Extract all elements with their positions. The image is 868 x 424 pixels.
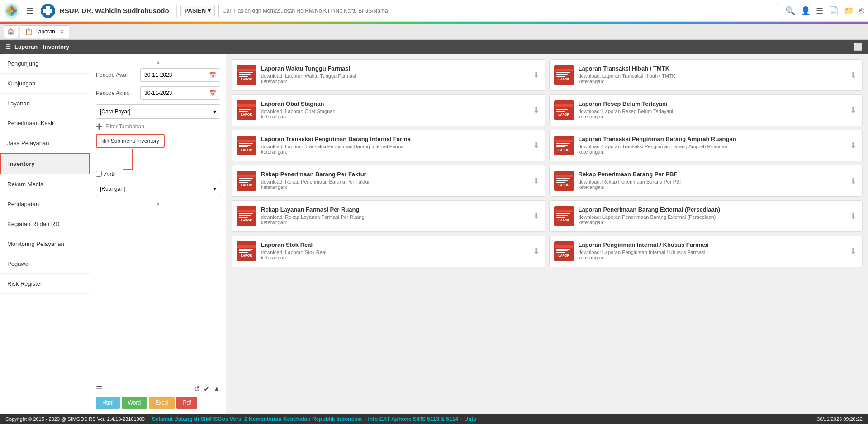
report-download-10: download: Laporan Stok Real bbox=[261, 250, 528, 255]
list-view-icon[interactable]: ☰ bbox=[96, 385, 102, 393]
download-icon-11[interactable]: ⬇ bbox=[850, 246, 857, 256]
sidebar-item-pendapatan[interactable]: Pendapatan bbox=[0, 194, 90, 214]
report-card-9: LAPOR Laporan Penerimaan Barang External… bbox=[549, 200, 863, 232]
sidebar-item-pegawai[interactable]: Pegawai bbox=[0, 254, 90, 274]
add-user-icon[interactable]: 👤 bbox=[801, 6, 811, 16]
report-icon-9: LAPOR bbox=[554, 206, 574, 226]
periode-akhir-input[interactable]: 30-11-2023 📅 bbox=[140, 86, 220, 100]
patient-search-input[interactable] bbox=[218, 4, 778, 18]
report-keterangan-11: keterangan: bbox=[579, 255, 846, 260]
sidebar-label-pendapatan: Pendapatan bbox=[7, 201, 39, 207]
aktif-checkbox[interactable] bbox=[96, 171, 102, 177]
laporan-tab[interactable]: 📋 Laporan ✕ bbox=[20, 25, 69, 38]
list-icon[interactable]: ☰ bbox=[816, 6, 823, 16]
download-icon-10[interactable]: ⬇ bbox=[533, 246, 540, 256]
download-icon-5[interactable]: ⬇ bbox=[850, 141, 857, 151]
hospital-name: RSUP. DR. Wahidin Sudirohusodo bbox=[60, 7, 169, 14]
logout-icon[interactable]: ⎋ bbox=[859, 6, 864, 15]
periode-awal-value: 30-11-2023 bbox=[144, 72, 172, 78]
format-buttons: Html Word Excel Pdf bbox=[96, 397, 220, 409]
sidebar-label-kegiatan-ri-rd: Kegiatan RI dan RD bbox=[7, 221, 60, 227]
sidebar-item-kunjungan[interactable]: Kunjungan bbox=[0, 74, 90, 94]
check-icon[interactable]: ✔ bbox=[204, 385, 209, 393]
sidebar-item-monitoring[interactable]: Monitoring Pelayanan bbox=[0, 234, 90, 254]
sidebar-item-pengunjung[interactable]: Pengunjung bbox=[0, 54, 90, 74]
report-info-11: Laporan Pengiriman Internal / Khusus Far… bbox=[579, 241, 846, 260]
document-icon[interactable]: 📄 bbox=[829, 6, 839, 16]
aktif-label: Aktif bbox=[104, 170, 116, 177]
periode-akhir-row: Periode Akhir: 30-11-2023 📅 bbox=[96, 86, 220, 100]
hospital-logo bbox=[40, 3, 56, 19]
report-keterangan-1: keterangan: bbox=[579, 79, 846, 84]
report-download-6: download: Rekap Penerimaan Barang Per Fa… bbox=[261, 179, 528, 184]
divider bbox=[176, 4, 177, 18]
filter-panel: ▲ Periode Awal: 30-11-2023 📅 Periode Akh… bbox=[90, 54, 226, 414]
folder-icon[interactable]: 📁 bbox=[844, 6, 854, 16]
download-icon-8[interactable]: ⬇ bbox=[533, 211, 540, 221]
periode-awal-label: Periode Awal: bbox=[96, 72, 137, 78]
sidebar-item-rekam-medis[interactable]: Rekam Medis bbox=[0, 174, 90, 194]
download-icon-1[interactable]: ⬇ bbox=[850, 70, 857, 80]
report-icon-10: LAPOR bbox=[237, 241, 256, 261]
section-title: Laporan - Inventory bbox=[14, 43, 69, 50]
tabbar: 🏠 📋 Laporan ✕ bbox=[0, 24, 868, 40]
app-logo bbox=[4, 3, 20, 19]
sidebar-label-risk-register: Risk Register bbox=[7, 280, 42, 287]
search-icon[interactable]: 🔍 bbox=[785, 6, 795, 16]
patient-type-select[interactable]: PASIEN ▾ bbox=[180, 5, 215, 16]
sidebar-item-penerimaan-kasir[interactable]: Penerimaan Kasir bbox=[0, 113, 90, 133]
menu-hamburger-icon[interactable]: ☰ bbox=[24, 4, 36, 18]
home-tab[interactable]: 🏠 bbox=[4, 25, 18, 38]
report-download-11: download: Laporan Pengiriman Internal / … bbox=[579, 250, 846, 255]
report-icon-11: LAPOR bbox=[554, 241, 574, 261]
patient-type-chevron: ▾ bbox=[208, 7, 211, 14]
report-info-0: Laporan Waktu Tunggu Farmasi download: L… bbox=[261, 65, 528, 84]
download-icon-3[interactable]: ⬇ bbox=[850, 105, 857, 115]
aktif-checkbox-row: Aktif bbox=[96, 170, 220, 177]
pdf-button[interactable]: Pdf bbox=[176, 397, 197, 409]
report-keterangan-0: keterangan: bbox=[261, 79, 528, 84]
laporan-tab-close[interactable]: ✕ bbox=[60, 28, 64, 35]
report-icon-8: LAPOR bbox=[237, 206, 256, 226]
sidebar-item-inventory[interactable]: Inventory bbox=[0, 153, 90, 174]
report-icon-6: LAPOR bbox=[237, 171, 256, 191]
home-icon: 🏠 bbox=[7, 28, 14, 35]
html-button[interactable]: Html bbox=[96, 397, 120, 409]
download-icon-7[interactable]: ⬇ bbox=[850, 176, 857, 186]
sidebar-item-jasa-pelayanan[interactable]: Jasa Pelayanan bbox=[0, 133, 90, 153]
report-keterangan-10: keterangan: bbox=[261, 255, 528, 260]
periode-awal-input[interactable]: 30-11-2023 📅 bbox=[140, 68, 220, 82]
download-icon-2[interactable]: ⬇ bbox=[533, 105, 540, 115]
scroll-mid-indicator[interactable]: ▼ bbox=[96, 201, 220, 207]
report-download-9: download: Laporan Penerimaan Barang Exte… bbox=[579, 214, 846, 220]
report-icon-7: LAPOR bbox=[554, 171, 574, 191]
report-download-3: download: Laporan Resep Belum Terlayani bbox=[579, 108, 846, 114]
report-title-10: Laporan Stok Real bbox=[261, 241, 528, 248]
ruangan-select[interactable]: [Ruangan] ▾ bbox=[96, 182, 220, 196]
download-icon-0[interactable]: ⬇ bbox=[533, 70, 540, 80]
sidebar-item-risk-register[interactable]: Risk Register bbox=[0, 274, 90, 294]
sidebar-item-kegiatan-ri-rd[interactable]: Kegiatan RI dan RD bbox=[0, 214, 90, 234]
report-keterangan-7: keterangan: bbox=[579, 184, 846, 190]
download-icon-4[interactable]: ⬇ bbox=[533, 141, 540, 151]
cara-bayar-select[interactable]: [Cara Bayar] ▾ bbox=[96, 104, 220, 119]
report-info-5: Laporan Transaksi Pengiriman Barang Ampr… bbox=[579, 136, 846, 155]
scroll-up-indicator[interactable]: ▲ bbox=[96, 59, 220, 65]
reset-icon[interactable]: ↺ bbox=[194, 385, 200, 393]
download-icon-9[interactable]: ⬇ bbox=[850, 211, 857, 221]
report-card-8: LAPOR Rekap Layanan Farmasi Per Ruang do… bbox=[232, 200, 545, 232]
report-info-9: Laporan Penerimaan Barang External (Pers… bbox=[579, 206, 846, 225]
report-keterangan-6: keterangan: bbox=[261, 184, 528, 190]
word-button[interactable]: Word bbox=[122, 397, 147, 409]
callout-text: klik Sub menu Inventory bbox=[101, 138, 159, 144]
sidebar-item-layanan[interactable]: Layanan bbox=[0, 94, 90, 113]
report-card-1: LAPOR Laporan Transaksi Hibah / TMTK dow… bbox=[549, 59, 863, 91]
excel-button[interactable]: Excel bbox=[149, 397, 175, 409]
report-info-7: Rekap Penerimaan Barang Per PBF download… bbox=[579, 171, 846, 190]
report-title-6: Rekap Penerimaan Barang Per Faktur bbox=[261, 171, 528, 178]
up-arrow-icon[interactable]: ▲ bbox=[213, 385, 220, 393]
section-expand-icon[interactable]: ⬜ bbox=[854, 42, 863, 51]
report-keterangan-5: keterangan: bbox=[579, 149, 846, 155]
download-icon-6[interactable]: ⬇ bbox=[533, 176, 540, 186]
report-download-5: download: Laporan Transaksi Pengiriman B… bbox=[579, 144, 846, 149]
